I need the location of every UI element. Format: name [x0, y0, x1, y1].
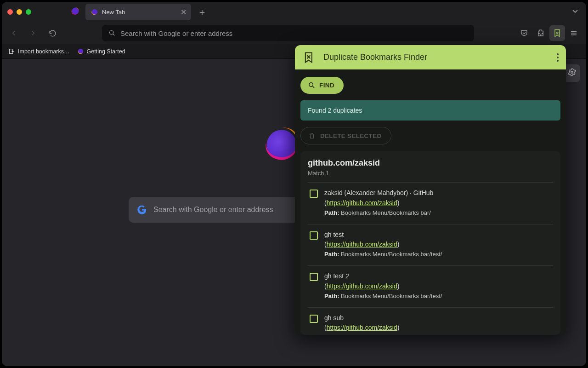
duplicate-row: gh test 2 (https://github.com/zaksid) Pa… — [308, 265, 553, 307]
firefox-icon — [71, 6, 80, 17]
maximize-window[interactable] — [26, 9, 31, 15]
row-path: Path: Bookmarks Menu/Bookmarks bar/test/… — [324, 333, 553, 335]
row-body: gh test (https://github.com/zaksid) Path… — [324, 230, 553, 259]
popup-logo-icon — [302, 51, 316, 64]
pocket-button[interactable] — [516, 25, 532, 41]
search-icon — [108, 29, 116, 37]
reload-button[interactable] — [45, 26, 60, 40]
delete-selected-label: DELETE SELECTED — [320, 132, 382, 139]
svg-point-2 — [110, 31, 113, 34]
row-checkbox[interactable] — [310, 273, 318, 281]
popup-menu-button[interactable] — [557, 53, 559, 62]
group-title: github.com/zaksid — [308, 158, 553, 168]
firefox-icon — [91, 8, 98, 16]
popup-header: Duplicate Bookmarks Finder — [295, 45, 566, 69]
group-subtitle: Match 1 — [308, 170, 553, 177]
browser-window: New Tab ✕ ＋ Search with Google or enter … — [2, 2, 586, 366]
row-title: gh test 2 — [324, 271, 553, 282]
tab-strip: New Tab ✕ ＋ — [2, 2, 586, 22]
popup-body: FIND Found 2 duplicates DELETE SELECTED … — [295, 69, 566, 335]
trash-icon — [308, 132, 316, 139]
minimize-window[interactable] — [17, 9, 22, 15]
delete-selected-button[interactable]: DELETE SELECTED — [300, 127, 391, 144]
tab-title: New Tab — [102, 9, 125, 16]
getting-started-bookmark[interactable]: Getting Started — [77, 48, 125, 55]
duplicate-bookmarks-extension-button[interactable] — [549, 25, 565, 41]
row-path: Path: Bookmarks Menu/Bookmarks bar/test/ — [324, 292, 553, 301]
close-tab-icon[interactable]: ✕ — [181, 8, 187, 17]
find-button-label: FIND — [319, 82, 334, 89]
duplicates-group: github.com/zaksid Match 1 zaksid (Alexan… — [300, 151, 560, 335]
all-tabs-button[interactable] — [571, 7, 586, 17]
svg-point-8 — [309, 83, 313, 87]
google-icon — [137, 205, 147, 215]
popup-title: Duplicate Bookmarks Finder — [323, 52, 427, 62]
app-menu-button[interactable] — [566, 25, 582, 41]
new-tab-button[interactable]: ＋ — [198, 6, 207, 18]
browser-tab[interactable]: New Tab ✕ — [85, 4, 191, 20]
row-url-line: (https://github.com/zaksid) — [324, 282, 553, 292]
row-body: gh test 2 (https://github.com/zaksid) Pa… — [324, 271, 553, 301]
row-body: zaksid (Alexander Mahdybor) · GitHub (ht… — [324, 188, 553, 218]
row-path: Path: Bookmarks Menu/Bookmarks bar/test/ — [324, 250, 553, 259]
gear-icon — [568, 68, 576, 76]
row-body: gh sub (https://github.com/zaksid) Path:… — [324, 313, 553, 335]
import-icon — [8, 48, 15, 55]
row-checkbox[interactable] — [310, 315, 318, 323]
svg-point-5 — [571, 71, 573, 74]
row-url-line: (https://github.com/zaksid) — [324, 198, 553, 208]
row-path: Path: Bookmarks Menu/Bookmarks bar/ — [324, 208, 553, 218]
getting-started-label: Getting Started — [87, 48, 125, 55]
import-bookmarks-button[interactable]: Import bookmarks… — [8, 48, 70, 55]
back-button[interactable] — [6, 26, 21, 40]
row-title: gh test — [324, 230, 553, 240]
firefox-icon — [77, 48, 84, 55]
row-url-link[interactable]: https://github.com/zaksid — [327, 199, 397, 207]
duplicate-row: gh sub (https://github.com/zaksid) Path:… — [308, 307, 553, 335]
bookmark-icon — [553, 29, 562, 38]
import-bookmarks-label: Import bookmarks… — [18, 48, 70, 55]
row-title: gh sub — [324, 313, 553, 323]
duplicate-bookmarks-popup: Duplicate Bookmarks Finder FIND Found 2 … — [295, 45, 566, 335]
found-notice-text: Found 2 duplicates — [308, 107, 362, 114]
row-url-line: (https://github.com/zaksid) — [324, 240, 553, 250]
duplicate-row: zaksid (Alexander Mahdybor) · GitHub (ht… — [308, 182, 553, 224]
extensions-button[interactable] — [533, 25, 548, 41]
newtab-search-placeholder: Search with Google or enter address — [153, 206, 273, 214]
row-title: zaksid (Alexander Mahdybor) · GitHub — [324, 188, 553, 198]
row-url-link[interactable]: https://github.com/zaksid — [327, 282, 397, 290]
find-button[interactable]: FIND — [300, 77, 344, 94]
forward-button[interactable] — [26, 26, 40, 40]
found-notice: Found 2 duplicates — [300, 100, 560, 121]
close-window[interactable] — [7, 9, 13, 15]
newtab-settings-button[interactable] — [564, 64, 580, 82]
address-bar-placeholder: Search with Google or enter address — [120, 29, 232, 37]
row-checkbox[interactable] — [310, 190, 318, 198]
row-url-line: (https://github.com/zaksid) — [324, 323, 553, 333]
duplicate-row: gh test (https://github.com/zaksid) Path… — [308, 224, 553, 266]
row-checkbox[interactable] — [310, 231, 318, 240]
window-controls — [7, 9, 31, 15]
row-url-link[interactable]: https://github.com/zaksid — [327, 324, 397, 331]
search-icon — [308, 81, 316, 89]
address-bar[interactable]: Search with Google or enter address — [102, 25, 474, 41]
navigation-toolbar: Search with Google or enter address — [2, 22, 586, 44]
row-url-link[interactable]: https://github.com/zaksid — [327, 241, 397, 248]
